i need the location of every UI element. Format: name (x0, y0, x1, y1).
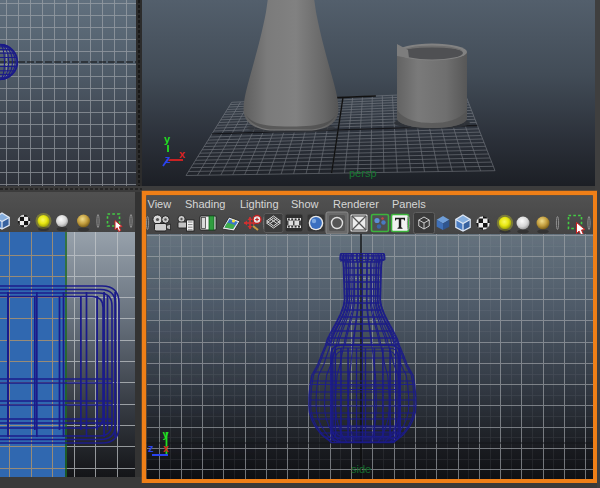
svg-text:x: x (163, 443, 169, 454)
svg-text:Panels: Panels (392, 198, 426, 210)
svg-text:Renderer: Renderer (333, 198, 379, 210)
svg-text:View: View (148, 198, 172, 210)
svg-text:Shading: Shading (185, 198, 225, 210)
svg-text:persp: persp (349, 167, 377, 179)
svg-text:side: side (351, 463, 371, 475)
svg-text:z: z (148, 442, 154, 454)
svg-text:x: x (179, 148, 186, 160)
svg-text:z: z (165, 153, 171, 165)
svg-text:Show: Show (291, 198, 319, 210)
svg-text:y: y (163, 428, 170, 440)
svg-text:Lighting: Lighting (240, 198, 279, 210)
svg-text:y: y (164, 133, 171, 145)
